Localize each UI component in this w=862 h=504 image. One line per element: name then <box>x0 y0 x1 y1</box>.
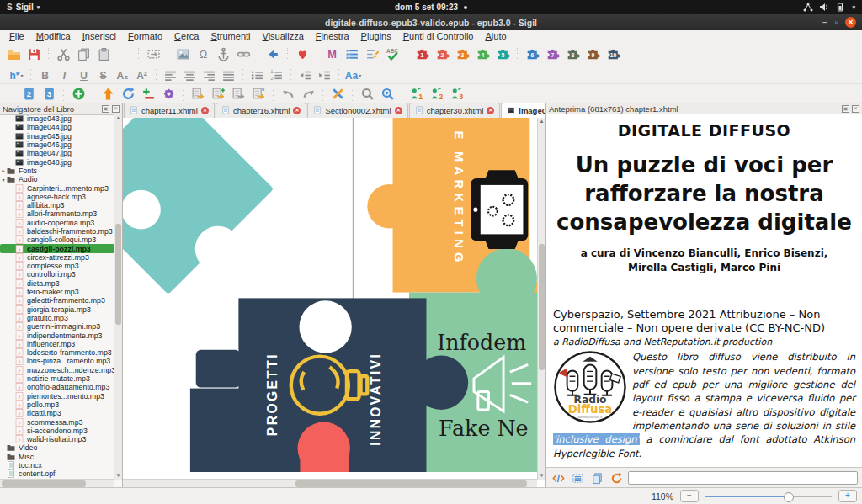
panel-app-menu[interactable]: S Sigil ▾ <box>0 3 40 12</box>
split-gray-button[interactable] <box>228 85 248 103</box>
tab-chapter11-xhtml[interactable]: chapter11.xhtml✕ <box>124 103 215 118</box>
book-item-circex-attrezzi-mp3[interactable]: ♪circex-attrezzi.mp3 <box>0 253 114 262</box>
book-item-si-accendono-mp3[interactable]: ♪si-accendono.mp3 <box>0 427 114 435</box>
select-all-button[interactable] <box>570 470 585 485</box>
book-item-lodeserto-frammento-mp3[interactable]: ♪lodeserto-frammento.mp3 <box>0 348 114 357</box>
tab-section0002-xhtml[interactable]: Section0002.xhtml✕ <box>307 103 407 118</box>
align-justify-button[interactable] <box>219 68 238 82</box>
editor-vertical-scrollbar[interactable]: ▲ ▼ <box>537 118 545 480</box>
checkpoint-2-button[interactable]: 2 <box>427 85 447 103</box>
spellcheck-button[interactable]: ABC <box>382 45 402 63</box>
menu-strumenti[interactable]: Strumenti <box>205 30 256 43</box>
checkpoint-1-button[interactable]: 1 <box>407 85 427 103</box>
menu-visualizza[interactable]: Visualizza <box>257 30 310 43</box>
book-item-allibita-mp3[interactable]: ♪allibita.mp3 <box>0 201 114 210</box>
zoom-in-button[interactable]: + <box>838 490 857 502</box>
menu-file[interactable]: File <box>3 30 30 43</box>
plugin-10-button[interactable]: 10 <box>603 45 623 63</box>
book-item-image043-jpg[interactable]: image043.jpg <box>0 114 114 123</box>
save-button[interactable] <box>24 45 44 63</box>
book-item-guerrini-immagini-mp3[interactable]: ♪guerrini-immagini.mp3 <box>0 322 114 331</box>
settings-button[interactable] <box>158 85 178 103</box>
scroll-up-icon[interactable]: ▲ <box>538 118 545 125</box>
align-center-button[interactable] <box>180 68 200 82</box>
expander-icon[interactable]: ▸ <box>0 167 7 173</box>
book-item-baldeschi-frammento-mp3[interactable]: ♪baldeschi-frammento.mp3 <box>0 227 114 236</box>
close-icon[interactable]: ✕ <box>112 105 120 113</box>
refresh-preview-button[interactable] <box>609 470 624 485</box>
align-left-button[interactable] <box>161 68 180 82</box>
expander-icon[interactable]: ▾ <box>0 177 7 183</box>
book-item-mazzonesch-ndenze-mp3[interactable]: ♪mazzonesch...ndenze.mp3 <box>0 366 114 374</box>
book-item-image046-jpg[interactable]: image046.jpg <box>0 141 114 149</box>
book-item-image047-jpg[interactable]: image047.jpg <box>0 149 114 157</box>
book-item-loris-pinza-ramento-mp3[interactable]: ♪loris-pinza...ramento.mp3 <box>0 357 114 365</box>
special-character-button[interactable]: Ω <box>193 45 213 63</box>
book-item-image044-jpg[interactable]: image044.jpg <box>0 123 114 131</box>
tab-close-icon[interactable]: ✕ <box>293 107 301 114</box>
close-button[interactable]: ✕ <box>845 17 856 28</box>
numbered-list-button[interactable]: 1.2. <box>267 68 286 82</box>
menu-punti-di-controllo[interactable]: Punti di Controllo <box>397 30 480 43</box>
book-item-castigli-pozzi-mp3[interactable]: ♪castigli-pozzi.mp3 <box>0 244 114 252</box>
plugin-6-button[interactable]: 6 <box>522 45 542 63</box>
book-item-complesse-mp3[interactable]: ♪complesse.mp3 <box>0 262 114 270</box>
back-button[interactable] <box>263 45 283 63</box>
epub3-button[interactable]: 3 <box>39 85 59 103</box>
bullet-list-button[interactable] <box>247 68 267 82</box>
plugin-8-button[interactable]: 8 <box>562 45 583 63</box>
heading-select-button[interactable]: h*▾ <box>7 68 26 82</box>
book-item-ricatti-mp3[interactable]: ♪ricatti.mp3 <box>0 409 114 417</box>
insert-image-button[interactable] <box>173 45 193 63</box>
plugin-1-button[interactable]: 1 <box>412 45 432 63</box>
book-item-gratuito-mp3[interactable]: ♪gratuito.mp3 <box>0 314 114 322</box>
scroll-down-icon[interactable]: ▼ <box>538 472 545 480</box>
copy-selection-button[interactable] <box>589 470 604 485</box>
upload-button[interactable] <box>98 85 118 103</box>
maximize-button[interactable]: ▫ <box>834 19 838 27</box>
tab-chapter30-xhtml[interactable]: chapter30.xhtml✕ <box>409 103 501 118</box>
find-special-button[interactable] <box>377 85 397 103</box>
preview-search-input[interactable] <box>628 471 858 485</box>
plugin-3-button[interactable]: 3 <box>452 45 472 63</box>
book-item-scommessa-mp3[interactable]: ♪scommessa.mp3 <box>0 417 114 426</box>
italic-button[interactable]: I <box>55 68 74 82</box>
sidebar-vertical-scrollbar[interactable]: ▲ ▼ <box>114 114 122 480</box>
book-item-video[interactable]: Video <box>0 443 114 452</box>
menu-plugins[interactable]: Plugins <box>355 30 397 43</box>
menu-finestra[interactable]: Finestra <box>310 30 355 43</box>
outdent-button[interactable] <box>295 68 315 82</box>
zoom-out-button[interactable]: − <box>680 490 699 502</box>
minimize-button[interactable]: – <box>822 19 827 27</box>
book-item-toc-ncx[interactable]: toc.ncx <box>0 461 114 470</box>
zoom-slider[interactable] <box>705 491 832 501</box>
plugin-5-button[interactable]: 5 <box>492 45 513 63</box>
scroll-up-icon[interactable]: ▲ <box>114 114 122 122</box>
undo-button[interactable] <box>278 85 298 103</box>
menu-inserisci[interactable]: Inserisci <box>77 30 122 43</box>
add-file-button[interactable] <box>68 85 88 103</box>
code-tag-button[interactable] <box>114 45 134 63</box>
find-button[interactable] <box>357 85 377 103</box>
book-item-indipendentmente-mp3[interactable]: ♪indipendentmente.mp3 <box>0 331 114 339</box>
metadata-editor-button[interactable]: M <box>322 45 342 63</box>
book-item-cangioli-colloqui-mp3[interactable]: ♪cangioli-colloqui.mp3 <box>0 236 114 244</box>
strikethrough-button[interactable]: S <box>93 68 113 82</box>
bold-button[interactable]: B <box>35 68 55 82</box>
zoom-slider-thumb[interactable] <box>784 492 794 502</box>
book-item-misc[interactable]: Misc <box>0 453 114 461</box>
split-all-button[interactable]: » <box>248 85 269 103</box>
book-item-fonts[interactable]: ▸Fonts <box>0 167 114 175</box>
menu-aiuto[interactable]: Aiuto <box>479 30 512 43</box>
split-at-cursor-button[interactable] <box>188 85 208 103</box>
underline-button[interactable]: U <box>74 68 93 82</box>
book-item-galeotti-frammento-mp3[interactable]: ♪galeotti-frammento.mp3 <box>0 296 114 305</box>
menu-cerca[interactable]: Cerca <box>168 30 205 43</box>
book-item-dieta-mp3[interactable]: ♪dieta.mp3 <box>0 279 114 288</box>
close-icon[interactable]: ✕ <box>852 105 859 113</box>
tab-close-icon[interactable]: ✕ <box>395 107 402 114</box>
window-title-bar[interactable]: digitale-diffuso-epub3-valido.epub - epu… <box>0 14 862 31</box>
book-item-controllori-mp3[interactable]: ♪controllori.mp3 <box>0 270 114 279</box>
donate-button[interactable] <box>292 45 312 63</box>
book-item-walid-risultati-mp3[interactable]: ♪walid-risultati.mp3 <box>0 435 114 443</box>
